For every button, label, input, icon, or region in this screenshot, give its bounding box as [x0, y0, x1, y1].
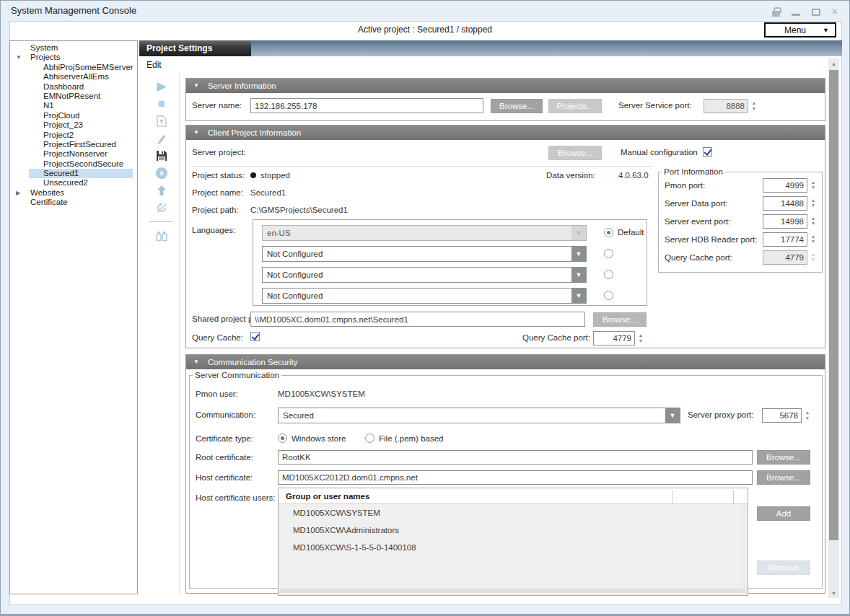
- cert-windows-store-radio[interactable]: [278, 434, 287, 443]
- user-row[interactable]: MD1005XCW\Administrators: [279, 522, 748, 539]
- service-port-spinner[interactable]: ▲▼: [750, 99, 758, 113]
- communication-dropdown[interactable]: Secured ▼: [278, 408, 680, 423]
- tab-project-settings[interactable]: Project Settings: [139, 40, 251, 56]
- column-divider[interactable]: [733, 490, 734, 503]
- port-spinner[interactable]: ▲▼: [809, 178, 818, 193]
- tree-item-projects[interactable]: ▼Projects: [10, 53, 137, 62]
- port-spinner[interactable]: ▲▼: [809, 214, 818, 229]
- language-dropdown[interactable]: Not Configured▼: [262, 288, 587, 304]
- close-button[interactable]: ×: [832, 6, 838, 17]
- query-cache-port-field[interactable]: [593, 331, 635, 346]
- shared-path-browse-button[interactable]: Browse...: [593, 312, 647, 327]
- manual-config-checkbox[interactable]: [703, 147, 712, 157]
- proxy-port-spinner[interactable]: ▲▼: [803, 408, 812, 423]
- port-label: Server HDB Reader port:: [665, 235, 763, 244]
- tree-item-projectsecondsecure[interactable]: ProjectSecondSecure: [10, 159, 137, 169]
- port-field[interactable]: 17774: [763, 232, 807, 247]
- shared-path-input[interactable]: [250, 312, 585, 327]
- tree-item-unsecured2[interactable]: Unsecured2: [10, 178, 137, 188]
- collapsed-arrow-icon[interactable]: ▶: [16, 188, 20, 198]
- edit-project-icon[interactable]: [152, 132, 171, 145]
- users-horizontal-scrollbar[interactable]: [280, 589, 746, 593]
- tree-item-certificate[interactable]: Certificate: [10, 198, 137, 207]
- user-row[interactable]: MD1005XCW\S-1-5-5-0-1400108: [279, 539, 748, 556]
- menu-button[interactable]: Menu ▼: [764, 22, 836, 38]
- dropdown-arrow-icon[interactable]: ▼: [665, 408, 680, 423]
- port-spinner[interactable]: ▲▼: [809, 196, 818, 211]
- tree-item-websites[interactable]: ▶Websites: [10, 188, 137, 198]
- tree-item-dashboard[interactable]: Dashboard: [10, 82, 137, 92]
- query-cache-checkbox[interactable]: [250, 332, 260, 341]
- cert-pem-radio[interactable]: [365, 434, 374, 443]
- maximize-button[interactable]: [812, 9, 820, 16]
- section-header-server-information[interactable]: ▼ Server Information: [186, 79, 825, 93]
- root-cert-input[interactable]: [278, 450, 753, 465]
- tree-item-project_23[interactable]: Project_23: [10, 120, 137, 130]
- language-default-radio[interactable]: [604, 291, 613, 300]
- language-dropdown[interactable]: Not Configured▼: [262, 246, 587, 262]
- column-divider[interactable]: [672, 490, 672, 503]
- port-field[interactable]: 4779: [763, 250, 807, 265]
- import-project-icon[interactable]: [152, 115, 171, 128]
- restore-icon[interactable]: [152, 201, 171, 214]
- cancel-icon[interactable]: ×: [152, 167, 171, 180]
- tree-item-projectnonserver[interactable]: ProjectNonserver: [10, 149, 137, 159]
- tree-item-projectfirstsecured[interactable]: ProjectFirstSecured: [10, 140, 137, 149]
- remove-user-button[interactable]: Remove: [757, 560, 810, 575]
- collapse-arrow-icon: ▼: [193, 355, 199, 369]
- tree-item-emnotpresent[interactable]: EMNotPResent: [10, 92, 137, 101]
- proxy-port-field[interactable]: [762, 408, 802, 423]
- tree-item-abhiserverallems[interactable]: AbhiserverAllEms: [10, 72, 137, 82]
- compare-icon[interactable]: [152, 229, 171, 242]
- query-cache-label: Query Cache:: [192, 333, 243, 342]
- tree-item-system[interactable]: System: [10, 43, 137, 53]
- tree-item-projcloud[interactable]: ProjCloud: [10, 111, 137, 120]
- language-default-radio[interactable]: [604, 270, 613, 279]
- vertical-scrollbar: ▲ ▼: [828, 58, 839, 598]
- projects-button[interactable]: Projects...: [548, 99, 602, 113]
- project-toolbar: ▶ ■ ×: [149, 80, 175, 242]
- query-cache-port-spinner[interactable]: ▲▼: [636, 331, 645, 346]
- add-user-button[interactable]: Add: [757, 506, 810, 521]
- start-icon[interactable]: ▶: [152, 80, 171, 93]
- scroll-up-icon[interactable]: ▲: [828, 58, 839, 69]
- port-field[interactable]: 14998: [763, 214, 807, 229]
- port-spinner[interactable]: ▲▼: [809, 250, 818, 265]
- port-field[interactable]: 14488: [763, 196, 807, 211]
- server-project-browse-button[interactable]: Browse...: [548, 146, 602, 160]
- root-cert-browse-button[interactable]: Browse...: [757, 450, 810, 465]
- server-name-input[interactable]: [250, 98, 483, 113]
- expanded-arrow-icon[interactable]: ▼: [16, 53, 22, 62]
- dropdown-arrow-icon[interactable]: ▼: [571, 289, 586, 303]
- service-port-field[interactable]: [704, 99, 748, 113]
- tree-item-abhiprojsomeemserver[interactable]: AbhiProjSomeEMServer: [10, 63, 137, 72]
- users-vertical-scrollbar[interactable]: [741, 506, 746, 592]
- minimize-button[interactable]: [792, 7, 800, 16]
- tree-item-secured1[interactable]: Secured1: [10, 169, 137, 178]
- port-spinner[interactable]: ▲▼: [809, 232, 818, 247]
- host-cert-browse-button[interactable]: Browse...: [757, 470, 810, 485]
- users-table-header[interactable]: Group or user names: [279, 488, 748, 504]
- user-row[interactable]: MD1005XCW\SYSTEM: [279, 504, 748, 522]
- save-icon[interactable]: [152, 149, 171, 162]
- section-header-communication-security[interactable]: ▼ Communication Security: [186, 355, 825, 369]
- scroll-down-icon[interactable]: ▼: [828, 588, 839, 598]
- language-dropdown[interactable]: en-US▼: [262, 225, 587, 241]
- port-field[interactable]: 4999: [763, 178, 807, 193]
- menu-edit[interactable]: Edit: [146, 60, 162, 70]
- scrollbar-thumb[interactable]: [829, 70, 838, 540]
- tree-item-project2[interactable]: Project2: [10, 131, 137, 140]
- tree-item-label: Projects: [30, 53, 61, 61]
- dropdown-arrow-icon[interactable]: ▼: [571, 247, 586, 261]
- language-default-radio[interactable]: [604, 249, 613, 258]
- stop-icon[interactable]: ■: [152, 97, 171, 110]
- language-default-radio[interactable]: [604, 228, 613, 237]
- dropdown-arrow-icon[interactable]: ▼: [571, 268, 586, 282]
- dropdown-arrow-icon[interactable]: ▼: [571, 226, 586, 240]
- language-dropdown[interactable]: Not Configured▼: [262, 267, 587, 283]
- upgrade-icon[interactable]: [152, 184, 171, 197]
- host-cert-input[interactable]: [278, 470, 753, 485]
- tree-item-n1[interactable]: N1: [10, 101, 137, 110]
- section-header-client-project[interactable]: ▼ Client Project Information: [186, 126, 825, 140]
- server-browse-button[interactable]: Browse...: [491, 99, 543, 113]
